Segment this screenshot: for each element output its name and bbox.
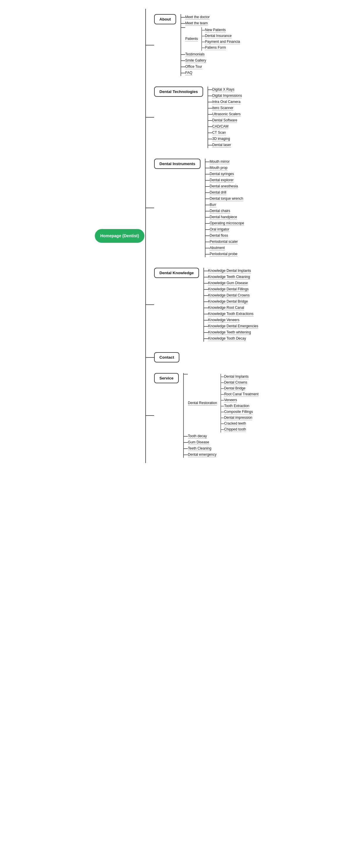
child-h-line	[205, 229, 209, 230]
child-label: Knowledge Dental Implants	[208, 269, 251, 273]
child-h-line	[207, 102, 212, 102]
child-h-line	[203, 332, 208, 333]
child-item: Tooth decay	[183, 434, 259, 439]
child-item: Dental laser	[207, 143, 242, 148]
child-item: Knowledge Dental Fillings	[203, 287, 258, 292]
children-v-bar	[203, 268, 204, 342]
child-label: Knowledge Dental Fillings	[208, 287, 249, 292]
child-label: Operating microscope	[209, 221, 244, 226]
child-item: Dental chairs	[205, 209, 244, 214]
child-item: Knowledge Dental Emergencies	[203, 324, 258, 329]
section-box-dental-knowledge: Dental Knowledge	[154, 268, 199, 278]
children-v-bar	[207, 87, 208, 148]
child-label: Knowledge Tooth Extractions	[208, 312, 254, 316]
child-item: Mouth mirror	[205, 159, 244, 164]
child-h-line	[180, 27, 185, 28]
section-box-contact: Contact	[154, 352, 179, 363]
sub-child-label: Root Canal Treatment	[224, 392, 258, 397]
child-item: Dental Software	[207, 118, 242, 123]
child-label: Knowledge Dental Emergencies	[208, 324, 258, 329]
sub-section-row: PatientsNew PatientsDental InsurancePaym…	[180, 27, 240, 51]
section-h-connector	[145, 208, 154, 208]
child-item: Dental drill	[205, 190, 244, 195]
child-h-line	[203, 295, 208, 296]
child-label: Itero Scanner	[212, 106, 233, 111]
sub-child-label: Patiens Form	[205, 45, 226, 50]
sub-child-item: Dental Insurance	[201, 34, 240, 38]
child-h-line	[205, 192, 209, 193]
child-label: Dental floss	[209, 234, 228, 238]
child-label: Digital Impressions	[212, 94, 242, 98]
sub-child-label: Dental impression	[224, 415, 252, 420]
sub-child-label: New Patients	[205, 28, 226, 33]
child-label: FAQ	[185, 71, 192, 75]
child-item: Meet the team	[180, 21, 240, 26]
child-h-line	[205, 186, 209, 187]
child-item: Operating microscope	[205, 221, 244, 226]
root-column: Homepage (Dentist)	[94, 9, 145, 463]
section-box-service: Service	[154, 373, 179, 383]
sub-child-label: Chipped tooth	[224, 427, 246, 432]
sub-child-item: Root Canal Treatment	[220, 392, 258, 397]
child-h-line	[180, 23, 185, 24]
child-h-line	[183, 442, 188, 443]
child-h-line	[207, 89, 212, 90]
child-item: Smile Gallery	[180, 58, 240, 63]
section-row-dental-instruments: Dental InstrumentsMouth mirrorMouth prop…	[154, 159, 270, 257]
child-item: Knowledge Teeth whitening	[203, 330, 258, 335]
child-item: 3D imaging	[207, 137, 242, 141]
child-label: Burr	[209, 203, 216, 207]
child-h-line	[183, 374, 188, 374]
child-item: Digital Impressions	[207, 94, 242, 98]
sub-children: New PatientsDental InsurancePayment and …	[201, 27, 240, 51]
sub-child-item: New Patients	[201, 28, 240, 33]
child-item: Burr	[205, 203, 244, 207]
child-item: Knowledge Tooth Extractions	[203, 312, 258, 316]
child-label: 3D imaging	[212, 137, 230, 141]
child-label: Meet the doctor	[185, 15, 209, 20]
child-h-line	[203, 302, 208, 302]
section-children-service: Dental RestorationDental ImplantsDental …	[183, 373, 259, 458]
sub-children: Dental ImplantsDental CrownsDental Bridg…	[220, 374, 258, 433]
child-item: Oral irrigator	[205, 227, 244, 232]
child-item: Knowledge Teeth Cleaning	[203, 275, 258, 279]
child-item: CAD/CAM	[207, 124, 242, 129]
section-row-contact: Contact	[154, 352, 270, 363]
child-item: Dental anesthesia	[205, 184, 244, 189]
sub-section-label: Patients	[185, 37, 198, 41]
child-label: Dental handpiece	[209, 215, 237, 220]
child-h-line	[180, 17, 185, 18]
child-h-line	[205, 162, 209, 162]
sub-child-label: Dental Bridge	[224, 386, 245, 391]
children-v-bar	[180, 14, 181, 76]
child-item: Meet the doctor	[180, 15, 240, 20]
sub-child-item: Veneers	[220, 398, 258, 403]
child-item: Knowledge Veneers	[203, 318, 258, 322]
section-row-dental-technologies: Dental TechnologiesDigital X RaysDigital…	[154, 87, 270, 148]
child-h-line	[180, 67, 185, 67]
sub-child-label: Tooth Extraction	[224, 404, 249, 408]
child-h-line	[205, 198, 209, 199]
child-label: Knowledge Tooth Decay	[208, 336, 246, 341]
child-item: Ultrasonic Scalers	[207, 112, 242, 117]
child-h-line	[203, 283, 208, 284]
child-label: Office Tour	[185, 64, 202, 69]
section-h-connector	[145, 117, 154, 118]
child-h-line	[203, 308, 208, 308]
child-label: Digital X Rays	[212, 87, 234, 92]
child-h-line	[205, 211, 209, 211]
child-item: CT Scan	[207, 130, 242, 135]
child-label: Knowledge Veneers	[208, 318, 240, 322]
child-h-line	[203, 320, 208, 320]
child-h-line	[183, 436, 188, 437]
child-label: CT Scan	[212, 130, 226, 135]
child-label: Dental drill	[209, 190, 226, 195]
child-label: Knowledge Dental Bridge	[208, 300, 248, 304]
section-children-dental-technologies: Digital X RaysDigital ImpressionsIntra O…	[207, 87, 242, 148]
child-label: Meet the team	[185, 21, 208, 26]
child-h-line	[203, 277, 208, 277]
sub-child-item: Dental impression	[220, 415, 258, 420]
child-item: Knowledge Dental Crowns	[203, 293, 258, 298]
child-label: Knowledge Root Canal	[208, 306, 244, 310]
section-row-service: ServiceDental RestorationDental Implants…	[154, 373, 270, 458]
